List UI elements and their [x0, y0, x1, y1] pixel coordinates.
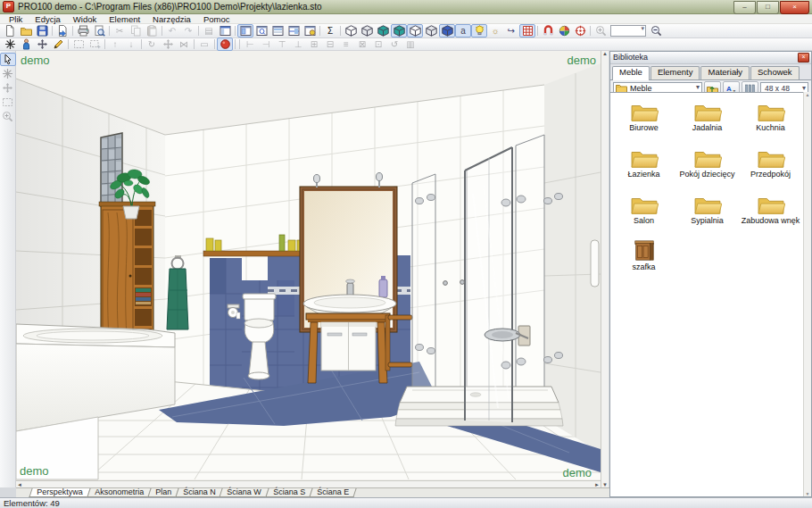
toolbar-window-split-button[interactable]	[286, 24, 302, 37]
library-tab-meble[interactable]: Meble	[612, 66, 650, 80]
toolbar-open-button[interactable]	[18, 24, 34, 37]
library-item-biurowe[interactable]: Biurowe	[612, 98, 675, 145]
toolbar-walk-mode-button[interactable]	[18, 37, 34, 51]
zoom-level-combo[interactable]	[610, 25, 646, 37]
view-tab-perspektywa[interactable]: Perspektywa	[29, 488, 90, 497]
library-tab-schowek[interactable]: Schowek	[750, 66, 800, 79]
rotate-left-icon: ↺	[391, 39, 398, 49]
menu-item-widok[interactable]: Widok	[67, 14, 103, 24]
cut-icon: ✂	[116, 26, 123, 36]
toolbar-separator	[537, 26, 538, 36]
scroll-up-icon[interactable]: ▲	[806, 92, 810, 97]
scroll-down-icon[interactable]: ▼	[806, 491, 810, 496]
toolbar-snap-button[interactable]	[540, 24, 556, 37]
close-button[interactable]: ×	[780, 1, 809, 14]
library-item-label: Sypialnia	[675, 216, 739, 225]
design-viewport[interactable]: demo demo demo demo	[16, 51, 601, 480]
toolbar-shadows-button[interactable]: ☼	[487, 24, 503, 37]
toolbar-price-summary-button[interactable]: Σ	[322, 24, 338, 37]
toolbar-save-button[interactable]	[34, 24, 50, 37]
shelf-towels	[136, 288, 151, 304]
library-scrollbar[interactable]: ▲▼	[803, 92, 811, 496]
library-item-sypialnia[interactable]: Sypialnia	[675, 191, 739, 237]
viewport-vertical-scrollbar[interactable]: ▲▼	[601, 51, 609, 487]
toolbar-orbit-button[interactable]	[556, 24, 572, 37]
viewport-horizontal-scrollbar[interactable]: ◄►	[16, 480, 601, 487]
toolbar-light-button[interactable]	[471, 24, 487, 37]
view-tab-label: Plan	[155, 488, 171, 496]
toolbar-new-button[interactable]	[2, 24, 18, 37]
view-tab-ściana-n[interactable]: Ściana N	[175, 488, 223, 497]
menu-item-edycja[interactable]: Edycja	[29, 14, 67, 24]
toolbar-select-elements-button[interactable]	[2, 37, 18, 51]
menu-item-narzędzia[interactable]: Narzędzia	[146, 14, 197, 24]
format-copy-icon: ▤	[204, 26, 212, 36]
toolbar-window-preview-button[interactable]	[253, 24, 269, 37]
toolbar-window-report-button[interactable]	[302, 24, 318, 37]
library-item-kuchnia[interactable]: Kuchnia	[739, 98, 802, 145]
library-item-jadalnia[interactable]: Jadalnia	[675, 98, 739, 145]
menu-item-pomoc[interactable]: Pomoc	[197, 14, 236, 24]
watermark-bottom-left: demo	[20, 464, 49, 478]
library-item-salon[interactable]: Salon	[612, 191, 675, 237]
toolbar-print-preview-button[interactable]	[91, 24, 107, 37]
toolbar-view-outline-button[interactable]	[407, 24, 423, 37]
toolbar-smooth-view-button[interactable]: ↪	[503, 24, 519, 37]
toolbar-view-textures-button[interactable]	[391, 24, 407, 37]
toolbar-zoom-out-button[interactable]	[648, 24, 664, 37]
toolbar-view-final-button[interactable]	[439, 24, 455, 37]
view-tab-aksonometria[interactable]: Aksonometria	[87, 488, 151, 497]
toolbar-window-list-button[interactable]	[269, 24, 286, 37]
library-item-pokój-dziecięcy[interactable]: Pokój dziecięcy	[675, 145, 739, 191]
library-close-button[interactable]: ×	[798, 53, 809, 62]
toolbar-move-camera-button[interactable]	[34, 37, 50, 51]
toolbar-print-button[interactable]	[75, 24, 91, 37]
library-item-zabudowa-wnęk[interactable]: Zabudowa wnęk	[739, 191, 802, 237]
maximize-button[interactable]: □	[757, 1, 779, 14]
view-wireframe-icon	[345, 25, 357, 37]
toolbar-view-colors-button[interactable]	[375, 24, 391, 37]
zoom-tool-icon	[2, 111, 13, 122]
collision-check-icon	[220, 38, 231, 50]
menu-item-plik[interactable]: Plik	[3, 14, 29, 24]
tall-cabinet[interactable]	[99, 202, 155, 346]
view-tab-plan[interactable]: Plan	[147, 488, 178, 497]
view-tab-ściana-e[interactable]: Ściana E	[309, 488, 356, 497]
toolbar-view-wireframe-button[interactable]	[343, 24, 359, 37]
toolbar-collision-check-button[interactable]	[217, 37, 233, 51]
select-rect-icon	[73, 38, 85, 50]
scroll-right-icon[interactable]: ►	[594, 482, 600, 487]
toolbar-view-sketch-button[interactable]	[423, 24, 439, 37]
toolbar-select-group-button	[0, 67, 16, 80]
toolbar-view-hidden-lines-button[interactable]	[359, 24, 375, 37]
scroll-left-icon[interactable]: ◄	[17, 482, 22, 487]
toolbar-separator	[141, 39, 142, 49]
library-item-label: Łazienka	[612, 170, 675, 179]
library-item-przedpokój[interactable]: Przedpokój	[739, 145, 802, 191]
minimize-button[interactable]: –	[733, 1, 756, 14]
view-tab-label: Ściana W	[227, 488, 261, 496]
toolbar-pointer-button[interactable]	[0, 53, 16, 66]
toolbar-center-view-button[interactable]	[572, 24, 588, 37]
toolbar-view-edges-button[interactable]: a	[455, 24, 471, 37]
toolbar-dim-height-button: ⊣	[258, 37, 274, 51]
library-tab-materiały[interactable]: Materiały	[700, 66, 750, 79]
toolbar-import-button[interactable]	[54, 24, 70, 37]
view-tab-ściana-w[interactable]: Ściana W	[219, 488, 269, 497]
title-bar[interactable]: P PRO100 demo - C:\Program Files (x86)\P…	[0, 0, 812, 14]
toolbar-zoom-in-button	[592, 24, 609, 37]
menu-item-element[interactable]: Element	[103, 14, 146, 24]
view-tab-ściana-s[interactable]: Ściana S	[265, 488, 312, 497]
library-item-szafka[interactable]: szafka	[612, 237, 675, 284]
library-tab-elementy[interactable]: Elementy	[650, 66, 700, 79]
toolbar-grid-button[interactable]	[519, 24, 535, 37]
scroll-up-icon[interactable]: ▲	[602, 51, 608, 56]
toolbar-window-plan-button[interactable]	[237, 24, 253, 37]
toolbar-draw-element-button[interactable]	[50, 37, 66, 51]
new-icon	[4, 25, 16, 37]
wall-radiator-handle[interactable]	[591, 240, 599, 287]
folder-icon	[612, 98, 675, 123]
library-item-łazienka[interactable]: Łazienka	[612, 145, 675, 191]
toolbar-properties-panel-button[interactable]	[217, 24, 233, 37]
library-caption[interactable]: Biblioteka ×	[610, 52, 811, 64]
